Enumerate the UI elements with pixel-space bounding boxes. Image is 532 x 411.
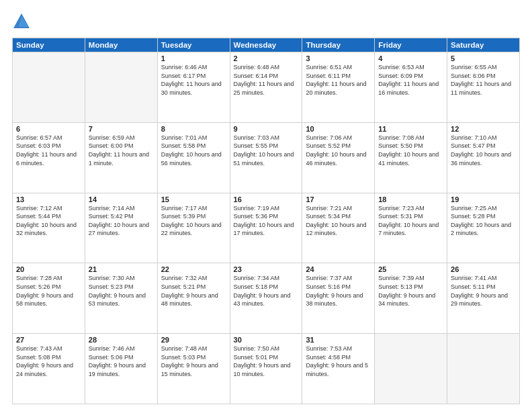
day-info: Sunrise: 6:53 AM Sunset: 6:09 PM Dayligh… (378, 63, 443, 97)
calendar-cell: 7 Sunrise: 6:59 AM Sunset: 6:00 PM Dayli… (85, 122, 157, 193)
logo-icon (12, 12, 31, 31)
calendar-cell: 19 Sunrise: 7:25 AM Sunset: 5:28 PM Dayl… (447, 193, 520, 263)
calendar-cell: 29 Sunrise: 7:48 AM Sunset: 5:03 PM Dayl… (157, 334, 230, 404)
day-info: Sunrise: 6:46 AM Sunset: 6:17 PM Dayligh… (161, 63, 226, 97)
day-info: Sunrise: 7:14 AM Sunset: 5:42 PM Dayligh… (89, 204, 154, 238)
day-info: Sunrise: 7:25 AM Sunset: 5:28 PM Dayligh… (451, 204, 516, 238)
calendar-cell: 3 Sunrise: 6:51 AM Sunset: 6:11 PM Dayli… (302, 52, 375, 123)
calendar-cell: 5 Sunrise: 6:55 AM Sunset: 6:06 PM Dayli… (447, 52, 520, 123)
day-number: 11 (378, 125, 443, 133)
day-info: Sunrise: 7:34 AM Sunset: 5:18 PM Dayligh… (234, 274, 299, 308)
weekday-header-friday: Friday (375, 38, 447, 52)
weekday-header-thursday: Thursday (302, 38, 375, 52)
calendar-cell: 20 Sunrise: 7:28 AM Sunset: 5:26 PM Dayl… (13, 263, 85, 334)
day-info: Sunrise: 6:55 AM Sunset: 6:06 PM Dayligh… (451, 63, 516, 97)
calendar-cell: 22 Sunrise: 7:32 AM Sunset: 5:21 PM Dayl… (157, 263, 230, 334)
weekday-header-saturday: Saturday (447, 38, 520, 52)
calendar-cell: 10 Sunrise: 7:06 AM Sunset: 5:52 PM Dayl… (302, 122, 375, 193)
day-info: Sunrise: 7:06 AM Sunset: 5:52 PM Dayligh… (306, 134, 371, 167)
day-info: Sunrise: 7:12 AM Sunset: 5:44 PM Dayligh… (16, 204, 81, 238)
calendar-cell: 1 Sunrise: 6:46 AM Sunset: 6:17 PM Dayli… (157, 52, 230, 123)
day-number: 14 (89, 195, 154, 203)
day-info: Sunrise: 6:51 AM Sunset: 6:11 PM Dayligh… (306, 63, 371, 97)
day-number: 31 (306, 336, 371, 344)
day-number: 10 (306, 125, 371, 133)
day-number: 16 (234, 195, 299, 203)
day-info: Sunrise: 7:37 AM Sunset: 5:16 PM Dayligh… (306, 274, 371, 308)
page: SundayMondayTuesdayWednesdayThursdayFrid… (0, 0, 532, 411)
week-row-2: 6 Sunrise: 6:57 AM Sunset: 6:03 PM Dayli… (13, 122, 520, 193)
calendar-cell (13, 52, 85, 123)
calendar-cell: 13 Sunrise: 7:12 AM Sunset: 5:44 PM Dayl… (13, 193, 85, 263)
weekday-header-monday: Monday (85, 38, 157, 52)
day-number: 20 (16, 265, 81, 273)
day-number: 19 (451, 195, 516, 203)
calendar-cell: 23 Sunrise: 7:34 AM Sunset: 5:18 PM Dayl… (230, 263, 302, 334)
day-number: 7 (89, 125, 154, 133)
weekday-header-wednesday: Wednesday (230, 38, 302, 52)
day-number: 23 (234, 265, 299, 273)
day-info: Sunrise: 7:28 AM Sunset: 5:26 PM Dayligh… (16, 274, 81, 308)
day-info: Sunrise: 7:23 AM Sunset: 5:31 PM Dayligh… (378, 204, 443, 238)
weekday-header-tuesday: Tuesday (157, 38, 230, 52)
day-info: Sunrise: 7:43 AM Sunset: 5:08 PM Dayligh… (16, 345, 81, 378)
day-number: 18 (378, 195, 443, 203)
day-info: Sunrise: 7:10 AM Sunset: 5:47 PM Dayligh… (451, 134, 516, 167)
calendar-cell: 4 Sunrise: 6:53 AM Sunset: 6:09 PM Dayli… (375, 52, 447, 123)
calendar-cell: 11 Sunrise: 7:08 AM Sunset: 5:50 PM Dayl… (375, 122, 447, 193)
calendar-cell (85, 52, 157, 123)
calendar-cell: 21 Sunrise: 7:30 AM Sunset: 5:23 PM Dayl… (85, 263, 157, 334)
calendar-table: SundayMondayTuesdayWednesdayThursdayFrid… (12, 38, 520, 404)
day-number: 26 (451, 265, 516, 273)
day-info: Sunrise: 7:21 AM Sunset: 5:34 PM Dayligh… (306, 204, 371, 238)
day-info: Sunrise: 7:46 AM Sunset: 5:06 PM Dayligh… (89, 345, 154, 378)
calendar-cell: 14 Sunrise: 7:14 AM Sunset: 5:42 PM Dayl… (85, 193, 157, 263)
day-number: 27 (16, 336, 81, 344)
calendar-cell (447, 334, 520, 404)
day-number: 5 (451, 54, 516, 62)
day-number: 22 (161, 265, 226, 273)
week-row-3: 13 Sunrise: 7:12 AM Sunset: 5:44 PM Dayl… (13, 193, 520, 263)
day-info: Sunrise: 6:57 AM Sunset: 6:03 PM Dayligh… (16, 134, 81, 167)
day-number: 28 (89, 336, 154, 344)
day-info: Sunrise: 7:39 AM Sunset: 5:13 PM Dayligh… (378, 274, 443, 308)
calendar-cell: 2 Sunrise: 6:48 AM Sunset: 6:14 PM Dayli… (230, 52, 302, 123)
week-row-5: 27 Sunrise: 7:43 AM Sunset: 5:08 PM Dayl… (13, 334, 520, 404)
day-info: Sunrise: 7:32 AM Sunset: 5:21 PM Dayligh… (161, 274, 226, 308)
day-info: Sunrise: 7:17 AM Sunset: 5:39 PM Dayligh… (161, 204, 226, 238)
day-number: 25 (378, 265, 443, 273)
day-number: 4 (378, 54, 443, 62)
weekday-header-row: SundayMondayTuesdayWednesdayThursdayFrid… (13, 38, 520, 52)
calendar-cell: 24 Sunrise: 7:37 AM Sunset: 5:16 PM Dayl… (302, 263, 375, 334)
day-number: 13 (16, 195, 81, 203)
day-info: Sunrise: 6:59 AM Sunset: 6:00 PM Dayligh… (89, 134, 154, 167)
day-number: 3 (306, 54, 371, 62)
day-number: 15 (161, 195, 226, 203)
day-number: 9 (234, 125, 299, 133)
day-number: 1 (161, 54, 226, 62)
week-row-1: 1 Sunrise: 6:46 AM Sunset: 6:17 PM Dayli… (13, 52, 520, 123)
day-number: 29 (161, 336, 226, 344)
calendar-cell: 16 Sunrise: 7:19 AM Sunset: 5:36 PM Dayl… (230, 193, 302, 263)
day-info: Sunrise: 7:01 AM Sunset: 5:58 PM Dayligh… (161, 134, 226, 167)
calendar-cell: 27 Sunrise: 7:43 AM Sunset: 5:08 PM Dayl… (13, 334, 85, 404)
calendar-cell: 25 Sunrise: 7:39 AM Sunset: 5:13 PM Dayl… (375, 263, 447, 334)
day-number: 21 (89, 265, 154, 273)
week-row-4: 20 Sunrise: 7:28 AM Sunset: 5:26 PM Dayl… (13, 263, 520, 334)
day-info: Sunrise: 7:03 AM Sunset: 5:55 PM Dayligh… (234, 134, 299, 167)
day-number: 24 (306, 265, 371, 273)
day-info: Sunrise: 7:48 AM Sunset: 5:03 PM Dayligh… (161, 345, 226, 378)
day-info: Sunrise: 7:30 AM Sunset: 5:23 PM Dayligh… (89, 274, 154, 308)
weekday-header-sunday: Sunday (13, 38, 85, 52)
day-info: Sunrise: 7:53 AM Sunset: 4:58 PM Dayligh… (306, 345, 371, 378)
day-info: Sunrise: 7:19 AM Sunset: 5:36 PM Dayligh… (234, 204, 299, 238)
day-number: 12 (451, 125, 516, 133)
day-info: Sunrise: 7:41 AM Sunset: 5:11 PM Dayligh… (451, 274, 516, 308)
day-info: Sunrise: 6:48 AM Sunset: 6:14 PM Dayligh… (234, 63, 299, 97)
day-number: 30 (234, 336, 299, 344)
calendar-cell: 18 Sunrise: 7:23 AM Sunset: 5:31 PM Dayl… (375, 193, 447, 263)
calendar-cell: 28 Sunrise: 7:46 AM Sunset: 5:06 PM Dayl… (85, 334, 157, 404)
logo (12, 12, 34, 31)
day-number: 8 (161, 125, 226, 133)
calendar-cell: 6 Sunrise: 6:57 AM Sunset: 6:03 PM Dayli… (13, 122, 85, 193)
